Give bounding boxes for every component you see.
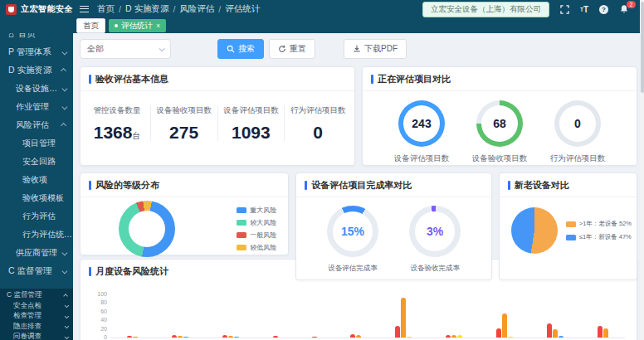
bar-red: [222, 335, 227, 338]
bar-group: [446, 294, 462, 338]
sidebar-nav: ⌂首页P 管理体系D 实施资源设备设施管理作业管理风险评估项目管理安全回路验收项…: [0, 18, 73, 340]
reset-icon: [278, 45, 286, 53]
sidebar-item[interactable]: D 实施资源: [0, 61, 73, 80]
main-content: 全部 搜索 重置 下载PDF 验收评估基本信息 管控设备数量 1368台: [73, 33, 644, 340]
bar-group: [312, 294, 317, 338]
hamburger-icon[interactable]: [80, 6, 89, 12]
bar-red: [273, 336, 278, 338]
bar-orange: [356, 335, 361, 338]
y-axis-tick: 0: [104, 334, 107, 340]
sidebar-item[interactable]: C 监督管理: [0, 262, 73, 280]
download-pdf-button[interactable]: 下载PDF: [344, 39, 407, 59]
y-axis-tick: 80: [100, 299, 107, 305]
scrollbar[interactable]: [640, 0, 644, 340]
bar-blue: [559, 336, 564, 338]
sidebar-item-label: 安全回路: [22, 156, 56, 168]
bar-orange: [401, 298, 406, 338]
chevron-up-icon: [61, 69, 66, 74]
sidebar-submenu-panel: C 监督管理安全点检检查管理隐患排查问卷调查: [0, 289, 73, 340]
sidebar-item[interactable]: 风险评估: [0, 116, 73, 134]
breadcrumb-separator: /: [119, 4, 121, 14]
sidebar-item[interactable]: 作业管理: [0, 98, 73, 116]
card-title: 正在评估项目对比: [378, 73, 451, 85]
sidebar-item[interactable]: 行为评估: [0, 207, 73, 226]
legend-item: 较低风险: [237, 243, 276, 252]
new-old-pie-chart: [511, 207, 558, 254]
monthly-bar-chart: 100806040200: [110, 294, 625, 338]
bar-orange: [451, 335, 456, 338]
chevron-down-icon: [61, 250, 66, 255]
sidebar-item[interactable]: 问卷调查: [0, 332, 73, 340]
title-accent: [89, 181, 91, 190]
card-ongoing-comparison: 正在评估项目对比 243 设备评估项目数 68 设备验收项目数 0 行为评估项目…: [362, 66, 637, 166]
breadcrumb-item[interactable]: D 实施资源: [125, 3, 169, 15]
y-axis-tick: 100: [97, 291, 107, 297]
sidebar-item[interactable]: P 管理体系: [0, 43, 73, 61]
legend-item: >1年：老设备 52%: [566, 220, 632, 228]
chevron-up-icon: [61, 124, 66, 129]
bar-group: [127, 294, 138, 338]
bar-red: [446, 335, 451, 338]
logo-icon: [6, 4, 17, 15]
font-size-icon[interactable]: TT: [580, 5, 588, 14]
title-accent: [371, 75, 373, 84]
card-title: 验收评估基本信息: [95, 73, 168, 85]
chevron-down-icon: [64, 324, 68, 328]
bar-orange: [178, 336, 183, 338]
question-icon[interactable]: ?: [599, 5, 608, 14]
breadcrumb-item[interactable]: 风险评估: [179, 3, 214, 15]
y-axis-tick: 20: [100, 326, 107, 332]
bar-red: [496, 328, 501, 338]
filter-select[interactable]: 全部: [80, 39, 171, 59]
download-icon: [353, 45, 361, 53]
breadcrumb-item[interactable]: 首页: [97, 3, 115, 15]
chevron-down-icon: [64, 313, 68, 318]
sidebar-item[interactable]: 供应商管理: [0, 244, 73, 262]
scrollbar-thumb[interactable]: [641, 2, 644, 93]
chevron-down-icon: [64, 334, 68, 338]
sidebar-item-label: 验收项: [22, 174, 47, 186]
sidebar-item[interactable]: 检查管理: [0, 311, 73, 322]
fullscreen-icon[interactable]: [560, 5, 569, 14]
bar-orange: [502, 313, 507, 338]
bar-group: [350, 294, 361, 338]
bell-icon[interactable]: 2: [619, 4, 629, 14]
sidebar-item[interactable]: 设备设施管理: [0, 80, 73, 98]
breadcrumb-item[interactable]: 评估统计: [225, 3, 260, 15]
bar-chart-plot: [110, 294, 625, 338]
title-accent: [305, 181, 307, 190]
bar-blue: [183, 337, 188, 338]
sidebar-item-label: P 管理体系: [8, 46, 51, 58]
bar-group: [273, 294, 278, 338]
gauge-acceptance-completion: 3% 设备验收完成率: [409, 206, 461, 274]
close-tab-icon[interactable]: ×: [156, 22, 160, 30]
y-axis-tick: 40: [100, 317, 107, 323]
tab-assessment-stats[interactable]: 评估统计 ×: [109, 19, 166, 32]
sidebar-item-label: 隐患排查: [13, 322, 41, 332]
bar-red: [312, 337, 317, 338]
legend-item: 较大风险: [237, 218, 276, 227]
company-button[interactable]: 立宏安全设备（上海）有限公司: [422, 2, 549, 17]
sidebar-item-label: 供应商管理: [16, 247, 57, 259]
sidebar-item[interactable]: 行为评估统…: [0, 226, 73, 244]
active-tab-dot-icon: [115, 24, 118, 27]
tab-home[interactable]: 首页: [76, 18, 105, 33]
sidebar-item[interactable]: 安全回路: [0, 153, 73, 171]
chevron-down-icon: [61, 49, 66, 54]
sidebar-item[interactable]: C 监督管理: [0, 290, 73, 301]
sidebar-item-label: C 监督管理: [8, 265, 52, 277]
sidebar-item[interactable]: 安全点检: [0, 301, 73, 312]
sidebar-item[interactable]: 隐患排查: [0, 322, 73, 333]
sidebar-item-label: C 监督管理: [7, 290, 42, 300]
y-axis-tick: 60: [100, 308, 107, 314]
title-accent: [89, 75, 91, 84]
sidebar-item-label: 行为评估统…: [22, 229, 72, 240]
risk-legend: 重大风险 较大风险 一般风险 较低风险: [237, 206, 276, 252]
sidebar-item[interactable]: 验收项: [0, 171, 73, 189]
sidebar-item[interactable]: 项目管理: [0, 134, 73, 153]
reset-button[interactable]: 重置: [269, 39, 315, 59]
sidebar-item[interactable]: 验收项模板: [0, 189, 73, 207]
card-title: 月度设备风险统计: [95, 265, 168, 278]
bar-orange: [133, 337, 138, 338]
search-button[interactable]: 搜索: [217, 39, 264, 59]
